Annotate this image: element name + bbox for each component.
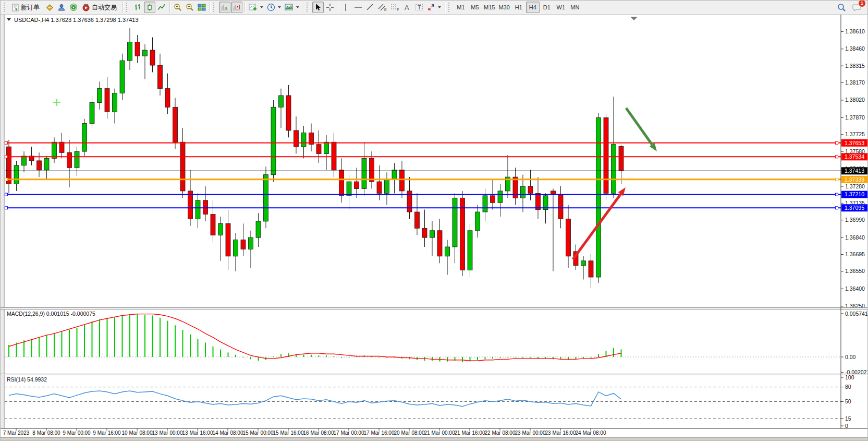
macd-histogram-bar bbox=[92, 321, 93, 357]
horizontal-line-button[interactable] bbox=[352, 2, 364, 13]
chart-area[interactable]: 1.386101.384601.383151.381701.380201.378… bbox=[1, 15, 868, 441]
timeframe-M15[interactable]: M15 bbox=[482, 2, 496, 13]
separator bbox=[244, 2, 245, 13]
price-axis-label: 1.37870 bbox=[845, 114, 865, 121]
chevron-down-icon bbox=[278, 6, 281, 8]
bar-chart-button[interactable] bbox=[132, 2, 143, 13]
toolbar-grip[interactable] bbox=[307, 3, 310, 12]
tile-windows-button[interactable] bbox=[196, 2, 207, 13]
time-axis-label: 21 Mar 16:00 bbox=[455, 430, 485, 436]
chart-canvas[interactable]: 1.386101.384601.383151.381701.380201.378… bbox=[1, 15, 868, 441]
rsi-axis-label: 50 bbox=[845, 398, 851, 404]
zoom-out-button[interactable] bbox=[184, 2, 195, 13]
candlestick-chart-icon bbox=[145, 3, 154, 11]
cursor-button[interactable] bbox=[312, 2, 324, 13]
timeframe-D1[interactable]: D1 bbox=[540, 2, 554, 13]
level-handle[interactable] bbox=[836, 178, 838, 181]
svg-text:T: T bbox=[418, 4, 421, 10]
trendline-button[interactable] bbox=[364, 2, 376, 13]
templates-button[interactable] bbox=[283, 2, 301, 13]
crosshair-button[interactable] bbox=[324, 2, 336, 13]
new-order-button[interactable]: 新订单 bbox=[9, 2, 43, 13]
svg-text:E: E bbox=[384, 8, 387, 11]
zoom-in-button[interactable] bbox=[172, 2, 184, 13]
macd-histogram-bar bbox=[175, 325, 176, 357]
candlestick-chart-button[interactable] bbox=[144, 2, 155, 13]
fibonacci-button[interactable]: F bbox=[389, 2, 401, 13]
level-handle[interactable] bbox=[5, 193, 8, 196]
auto-scroll-button[interactable] bbox=[219, 2, 230, 13]
price-line-label: 1.37210 bbox=[845, 191, 864, 197]
candle bbox=[173, 107, 178, 142]
person-icon bbox=[57, 3, 66, 11]
level-handle[interactable] bbox=[836, 207, 838, 209]
timeframe-W1[interactable]: W1 bbox=[554, 2, 568, 13]
timeframe-M30[interactable]: M30 bbox=[497, 2, 511, 13]
arrows-tool-icon bbox=[427, 3, 435, 11]
candle bbox=[339, 170, 344, 196]
crosshair-icon bbox=[326, 3, 334, 11]
signals-button[interactable] bbox=[68, 2, 79, 13]
candle bbox=[120, 61, 125, 93]
rsi-axis-label: 100 bbox=[845, 374, 854, 380]
search-button[interactable] bbox=[836, 2, 848, 13]
arrows-tool-button[interactable] bbox=[425, 2, 443, 13]
timeframe-M1[interactable]: M1 bbox=[454, 2, 468, 13]
chart-shift-button[interactable] bbox=[231, 2, 242, 13]
level-handle[interactable] bbox=[836, 156, 838, 158]
candle bbox=[150, 50, 155, 65]
rsi-label: RSI(14) 54.9932 bbox=[7, 376, 47, 383]
macd-histogram-bar bbox=[477, 357, 478, 360]
toolbar: 新订单 自动交易 bbox=[1, 1, 868, 15]
macd-histogram-bar bbox=[462, 357, 463, 362]
chart-title: USDCAD-,H4 1.37623 1.37636 1.37298 1.374… bbox=[14, 17, 139, 23]
equidistant-channel-button[interactable]: E bbox=[376, 2, 388, 13]
level-handle[interactable] bbox=[5, 178, 8, 181]
level-handle[interactable] bbox=[5, 141, 8, 144]
macd-histogram-bar bbox=[39, 337, 40, 357]
market-watch-button[interactable] bbox=[44, 2, 55, 13]
level-handle[interactable] bbox=[5, 207, 8, 209]
toolbar-grip[interactable] bbox=[126, 3, 129, 12]
gold-diamond-icon bbox=[45, 3, 54, 11]
timeframe-H1[interactable]: H1 bbox=[512, 2, 525, 13]
candle bbox=[180, 142, 185, 191]
text-label-button[interactable]: T bbox=[413, 2, 425, 13]
indicators-button[interactable] bbox=[247, 2, 265, 13]
separator bbox=[445, 2, 445, 13]
macd-histogram-bar bbox=[122, 315, 123, 357]
vertical-line-button[interactable] bbox=[340, 2, 352, 13]
level-handle[interactable] bbox=[836, 141, 838, 144]
toolbar-grip[interactable] bbox=[213, 3, 216, 12]
macd-histogram-bar bbox=[379, 357, 380, 357]
macd-histogram-bar bbox=[553, 357, 554, 359]
macd-histogram-bar bbox=[220, 350, 221, 357]
candle bbox=[301, 133, 306, 147]
new-order-label: 新订单 bbox=[21, 3, 40, 12]
line-chart-button[interactable] bbox=[156, 2, 167, 13]
macd-histogram-bar bbox=[190, 335, 191, 357]
timeframe-MN[interactable]: MN bbox=[568, 2, 582, 13]
toolbar-grip[interactable] bbox=[4, 3, 7, 12]
timeframe-M5[interactable]: M5 bbox=[468, 2, 482, 13]
autotrading-button[interactable]: 自动交易 bbox=[80, 2, 120, 13]
candle bbox=[604, 117, 608, 193]
macd-histogram-bar bbox=[107, 318, 108, 357]
text-button[interactable]: A bbox=[401, 2, 413, 13]
candle bbox=[234, 240, 238, 256]
time-axis-label: 16 Mar 08:00 bbox=[303, 430, 334, 436]
timeframe-H4[interactable]: H4 bbox=[526, 2, 540, 13]
candle bbox=[596, 117, 601, 277]
price-axis-label: 1.38610 bbox=[845, 28, 865, 34]
candle bbox=[195, 200, 200, 219]
price-line-label: 1.37339 bbox=[845, 176, 864, 183]
community-button[interactable] bbox=[56, 2, 67, 13]
macd-histogram-bar bbox=[99, 319, 100, 357]
candle bbox=[437, 231, 442, 256]
periods-button[interactable] bbox=[265, 2, 283, 13]
level-handle[interactable] bbox=[836, 193, 838, 196]
toolbar-grip[interactable] bbox=[448, 3, 451, 12]
candle bbox=[362, 158, 366, 188]
macd-histogram-bar bbox=[273, 356, 274, 357]
level-handle[interactable] bbox=[5, 156, 8, 158]
